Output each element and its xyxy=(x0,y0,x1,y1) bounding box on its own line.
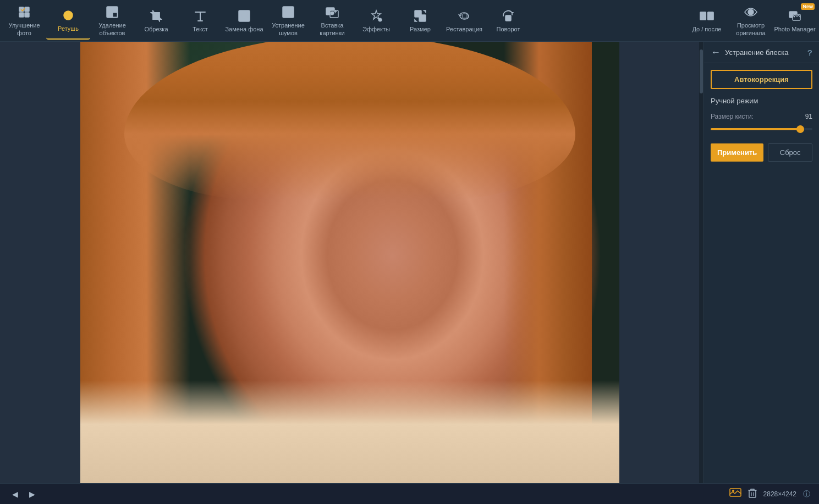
crop-label: Обрезка xyxy=(144,26,168,33)
svg-point-5 xyxy=(65,13,68,15)
brush-size-header: Размер кисти: 91 xyxy=(711,113,812,120)
panel-actions: Применить Сброс xyxy=(711,143,812,162)
delete-button[interactable] xyxy=(748,488,757,500)
svg-rect-3 xyxy=(25,13,29,17)
panel-title: Устранение блеска xyxy=(725,48,803,57)
photo-manager-label: Photo Manager xyxy=(774,26,815,33)
toolbar-item-denoise[interactable]: Устранение шумов xyxy=(266,2,310,40)
resize-icon xyxy=(413,8,428,24)
brush-size-value: 91 xyxy=(797,113,812,120)
svg-rect-26 xyxy=(419,15,426,21)
remove-objects-label: Удаление объектов xyxy=(91,22,133,36)
svg-rect-11 xyxy=(153,13,160,19)
rotate-icon xyxy=(501,8,516,24)
svg-point-20 xyxy=(287,15,288,16)
original-view-label: Просмотр оригинала xyxy=(729,22,773,36)
restore-label: Реставрация xyxy=(446,26,482,33)
svg-rect-10 xyxy=(113,13,117,17)
resize-label: Размер xyxy=(410,26,431,33)
svg-rect-1 xyxy=(25,7,29,12)
retouch-label: Ретушь xyxy=(58,25,79,32)
slider-container[interactable] xyxy=(711,125,812,134)
scrollbar-thumb xyxy=(700,49,703,93)
retouch-icon xyxy=(61,8,76,23)
image-size-text: 2828×4242 xyxy=(763,490,796,498)
slider-fill xyxy=(711,128,800,130)
insert-image-label: Вставка картинки xyxy=(311,22,353,36)
panel-header: ← Устранение блеска ? xyxy=(704,42,819,63)
slider-thumb[interactable] xyxy=(796,125,804,133)
apply-button[interactable]: Применить xyxy=(711,143,763,162)
bottom-nav: ◀ ▶ xyxy=(9,489,39,500)
bottom-right: 2828×4242 ⓘ xyxy=(729,488,810,500)
autocorrect-button[interactable]: Автокоррекция xyxy=(711,70,812,89)
insert-image-icon xyxy=(325,4,340,20)
toolbar-item-photo-manager[interactable]: New Photo Manager xyxy=(773,2,817,40)
toolbar-item-crop[interactable]: Обрезка xyxy=(134,2,178,40)
toolbar-item-text[interactable]: Текст xyxy=(178,2,222,40)
svg-point-39 xyxy=(794,15,795,17)
right-panel: ← Устранение блеска ? Автокоррекция Ручн… xyxy=(703,42,819,483)
svg-point-36 xyxy=(750,11,752,13)
brush-size-section: Размер кисти: 91 xyxy=(711,113,812,134)
toolbar-right: До / после Просмотр оригинала New xyxy=(685,2,817,40)
effects-icon xyxy=(369,8,384,24)
restore-icon xyxy=(457,8,472,24)
remove-objects-icon xyxy=(105,4,120,20)
before-after-label: До / после xyxy=(692,26,722,33)
info-icon[interactable]: ⓘ xyxy=(803,489,810,499)
svg-point-13 xyxy=(241,13,247,19)
nav-next-button[interactable]: ▶ xyxy=(26,489,39,500)
panel-help-button[interactable]: ? xyxy=(807,48,812,57)
slider-track xyxy=(711,128,812,130)
toolbar-item-restore[interactable]: Реставрация xyxy=(442,2,486,40)
toolbar-item-remove-objects[interactable]: Удаление объектов xyxy=(90,2,134,40)
photo-bottom-overlay xyxy=(80,380,619,484)
svg-point-41 xyxy=(732,490,734,492)
toolbar-item-original-view[interactable]: Просмотр оригинала xyxy=(729,2,773,40)
bottom-bar: ◀ ▶ 2828×4242 ⓘ xyxy=(0,483,819,504)
panel-content: Автокоррекция Ручной режим Размер кисти:… xyxy=(704,63,819,483)
main-area: ← Устранение блеска ? Автокоррекция Ручн… xyxy=(0,42,819,483)
svg-point-18 xyxy=(284,13,285,14)
text-icon xyxy=(193,8,208,24)
main-toolbar: Улучшение фото Ретушь Удаление объектов xyxy=(0,0,819,42)
denoise-icon xyxy=(281,4,296,20)
svg-point-19 xyxy=(290,13,292,14)
svg-point-17 xyxy=(292,9,293,10)
svg-point-16 xyxy=(288,8,289,9)
toolbar-item-insert-image[interactable]: Вставка картинки xyxy=(310,2,354,40)
rotate-label: Поворот xyxy=(497,26,520,33)
svg-rect-27 xyxy=(463,14,467,18)
toolbar-item-retouch[interactable]: Ретушь xyxy=(46,2,90,40)
replace-bg-label: Замена фона xyxy=(225,26,263,33)
panel-back-button[interactable]: ← xyxy=(711,47,721,57)
canvas-area[interactable] xyxy=(0,42,699,483)
svg-point-23 xyxy=(331,12,334,15)
svg-point-24 xyxy=(378,18,382,21)
manual-mode-label: Ручной режим xyxy=(711,97,812,105)
portrait-photo xyxy=(80,42,619,483)
photo-manager-icon xyxy=(787,8,802,24)
enhance-label: Улучшение фото xyxy=(3,22,45,36)
svg-rect-28 xyxy=(505,15,511,21)
before-after-icon xyxy=(699,8,714,24)
toolbar-item-enhance[interactable]: Улучшение фото xyxy=(2,2,46,40)
reset-button[interactable]: Сброс xyxy=(768,143,812,162)
toolbar-item-rotate[interactable]: Поворот xyxy=(486,2,530,40)
crop-icon xyxy=(149,8,164,24)
image-view-icon[interactable] xyxy=(729,488,741,500)
denoise-label: Устранение шумов xyxy=(267,22,309,36)
toolbar-item-resize[interactable]: Размер xyxy=(398,2,442,40)
original-view-icon xyxy=(743,4,758,20)
effects-label: Эффекты xyxy=(362,26,390,33)
nav-prev-button[interactable]: ◀ xyxy=(9,489,21,500)
photo-container xyxy=(80,42,619,483)
canvas-scrollbar[interactable] xyxy=(699,42,703,483)
brush-size-label: Размер кисти: xyxy=(711,113,754,120)
toolbar-item-replace-bg[interactable]: Замена фона xyxy=(222,2,266,40)
text-label: Текст xyxy=(193,26,208,33)
toolbar-item-effects[interactable]: Эффекты xyxy=(354,2,398,40)
toolbar-item-before-after[interactable]: До / после xyxy=(685,2,729,40)
svg-point-15 xyxy=(285,9,286,10)
